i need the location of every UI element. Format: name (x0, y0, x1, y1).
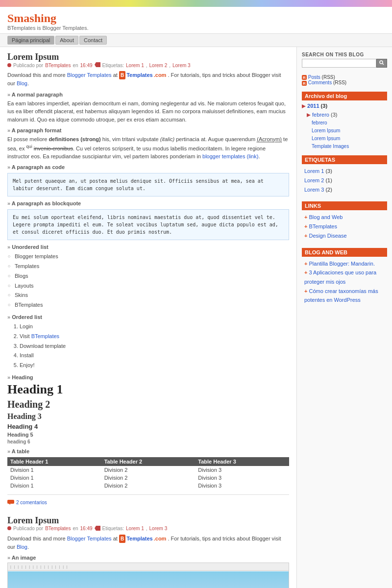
heading-4-demo: Heading 4 (7, 423, 289, 430)
rss-comments-type: (RSS) (333, 80, 346, 85)
list-item: Blogs (15, 271, 289, 281)
blog-web-title: BLOG AND WEB (302, 248, 387, 257)
search-label: SEARCH ON THIS BLOG (302, 52, 387, 57)
post-2-tag-1[interactable]: Lorem 1 (126, 526, 144, 531)
post-1-title-link[interactable]: Lorem Ipsum (7, 52, 289, 62)
post-2-time[interactable]: 16:49 (80, 526, 93, 531)
blogger-templates-link-2[interactable]: Blogger Templates (67, 536, 112, 541)
table-cell: Division 3 (195, 474, 289, 482)
site-tagline: BTemplates is Blogger Templates. (7, 25, 385, 31)
blog-web-link-1[interactable]: Plantilla Blogger: Mandarin. (309, 261, 375, 267)
post-2-tags-icon (95, 526, 100, 532)
archive-post-link-2[interactable]: Lorem Ipsum (312, 128, 340, 133)
blog-web-item: Plantilla Blogger: Mandarin. (304, 259, 387, 269)
search-input[interactable] (302, 59, 376, 68)
section-heading-format: A paragraph format (7, 127, 289, 133)
etiquetas-title: ETIQUETAS (302, 155, 387, 164)
etiqueta-item: Lorem 2 (1) (304, 176, 387, 185)
comments-icon (7, 500, 14, 506)
btemplates-ordered-link[interactable]: BTemplates (31, 333, 59, 339)
post-1-tags-icon (95, 62, 100, 68)
post-1-tag-2[interactable]: Lorem 2 (149, 63, 168, 68)
svg-marker-15 (307, 113, 311, 117)
etiqueta-link-1[interactable]: Lorem 1 (304, 168, 324, 174)
etiquetas-widget: ETIQUETAS Lorem 1 (3) Lorem 2 (1) Lorem … (302, 155, 387, 196)
table-row: Division 1 Division 2 Division 3 (7, 482, 289, 490)
post-2-meta: Publicado por BTemplates en 16:49 Etique… (7, 526, 289, 532)
svg-rect-2 (7, 500, 14, 504)
table-header-2: Table Header 2 (101, 457, 196, 466)
main-image (8, 571, 289, 588)
blog-web-widget: BLOG AND WEB Plantilla Blogger: Mandarin… (302, 248, 387, 307)
post-1-intro: Download this and more Blogger Templates… (7, 71, 289, 88)
section-heading-blockquote: A paragraph as blockquote (7, 200, 289, 206)
post-2-author[interactable]: BTemplates (45, 526, 71, 531)
ruler-bar: | | | | | | | | | | | | | | | | (8, 563, 289, 571)
svg-line-9 (383, 64, 384, 65)
archivo-year: 2011 (3) (302, 103, 387, 109)
etiqueta-link-3[interactable]: Lorem 3 (304, 187, 324, 193)
archive-post-item: Lorem Ipsum (302, 127, 387, 135)
list-item: Install (20, 351, 289, 361)
table-cell: Division 2 (101, 474, 196, 482)
etiquetas-list: Lorem 1 (3) Lorem 2 (1) Lorem 3 (2) (302, 167, 387, 196)
archive-post-link-4[interactable]: Template Images (312, 144, 349, 149)
code-block: Mel putent quaeque an, ut postea melius … (7, 173, 289, 196)
post-2-tag-2[interactable]: Lorem 3 (149, 526, 168, 531)
link-2[interactable]: BTemplates (309, 223, 337, 229)
table-header-1: Table Header 1 (7, 457, 101, 466)
section-format-content: El posse meliore definitiones (strong) h… (7, 135, 289, 160)
archive-post-item: Template Images (302, 143, 387, 150)
link-3[interactable]: Design Disease (309, 233, 346, 239)
nav-item-about[interactable]: About (55, 36, 78, 45)
search-button[interactable] (376, 59, 387, 68)
blog-web-link-3[interactable]: Cómo crear taxonomías más potentes en Wo… (304, 288, 378, 303)
blogger-link[interactable]: blogger templates (link) (202, 153, 258, 159)
blog-link-2[interactable]: Blog (17, 544, 27, 550)
post-1: Lorem Ipsum Publicado por BTemplates en … (7, 52, 289, 506)
post-1-tag-3[interactable]: Lorem 3 (172, 63, 191, 68)
post-1-title: Lorem Ipsum (7, 52, 289, 62)
main-content: Lorem Ipsum Publicado por BTemplates en … (0, 47, 296, 588)
rss-posts-type: (RSS) (322, 74, 335, 80)
sidebar: SEARCH ON THIS BLOG R Posts (RSS) R Comm… (296, 47, 392, 588)
blockquote-block: Eu mei solum oporteat eleifend, libris n… (7, 209, 289, 240)
rss-comments-link[interactable]: Comments (308, 80, 332, 85)
blog-link[interactable]: Blog (17, 80, 27, 86)
rss-posts-link[interactable]: Posts (308, 74, 320, 80)
archive-post-link-3[interactable]: Lorem Ipsum (312, 136, 340, 141)
section-heading-code: A paragraph as code (7, 164, 289, 170)
post-1-comments-link[interactable]: 2 comentarios (16, 500, 47, 505)
heading-3-demo: Heading 3 (7, 412, 289, 421)
section-heading-normal: A normal paragraph (7, 92, 289, 98)
post-meta-bullet (7, 63, 11, 68)
post-1-tag-1[interactable]: Lorem 1 (126, 63, 144, 68)
svg-text:R: R (303, 81, 306, 86)
archive-post-link-1[interactable]: febrero (312, 120, 327, 125)
section-heading-headings: Heading (7, 374, 289, 380)
list-item: Login (20, 322, 289, 332)
archivo-title: Archivo del blog (302, 92, 387, 100)
post-1-time[interactable]: 16:49 (80, 63, 93, 68)
archivo-year-link[interactable]: 2011 (307, 103, 319, 109)
heading-2-demo: Heading 2 (7, 399, 289, 410)
blogger-templates-link[interactable]: Blogger Templates (67, 72, 112, 78)
archivo-month-link[interactable]: febrero (312, 112, 329, 118)
list-item: Blogger templates (15, 252, 289, 262)
post-1-time-pre: en (73, 63, 78, 68)
post-1-tags-label: Etiquetas: (102, 63, 124, 68)
nav-item-home[interactable]: Página principal (7, 36, 54, 45)
nav-item-contact[interactable]: Contact (79, 36, 107, 45)
table-cell: Division 1 (7, 474, 101, 482)
blog-web-link-2[interactable]: 3 Aplicaciones que uso para proteger mis… (304, 270, 376, 285)
etiqueta-link-2[interactable]: Lorem 2 (304, 177, 324, 183)
post-2-title-link[interactable]: Lorem Ipsum (7, 515, 289, 526)
link-1[interactable]: Blog and Web (309, 214, 343, 220)
svg-point-0 (7, 63, 11, 67)
blog-web-item: Cómo crear taxonomías más potentes en Wo… (304, 287, 387, 305)
heading-6-demo: heading 6 (7, 439, 289, 444)
post-1-author[interactable]: BTemplates (45, 63, 71, 68)
table-cell: Division 3 (195, 482, 289, 490)
search-input-row (302, 59, 387, 68)
unordered-list: Blogger templates Templates Blogs Layout… (15, 252, 289, 310)
